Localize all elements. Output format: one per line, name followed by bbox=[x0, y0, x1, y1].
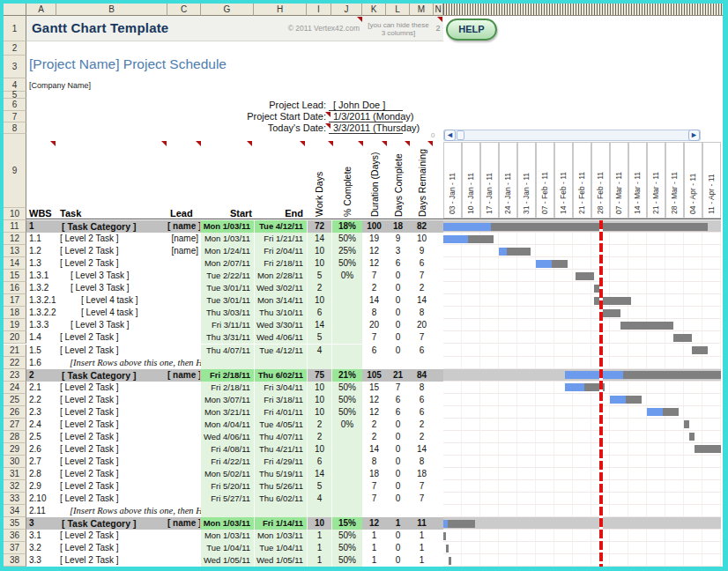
cell-duration[interactable]: 1 bbox=[362, 554, 386, 567]
cell-lead[interactable] bbox=[167, 530, 200, 542]
cell-pct-complete[interactable]: 18% bbox=[331, 220, 362, 233]
cell-start[interactable]: Mon 1/24/11 bbox=[201, 245, 254, 257]
help-button[interactable]: HELP bbox=[446, 19, 497, 41]
cell-wbs[interactable]: 2.10 bbox=[29, 493, 57, 505]
cell-start[interactable]: Fri 4/22/11 bbox=[201, 456, 254, 468]
cell-start[interactable]: Tue 2/22/11 bbox=[201, 270, 254, 282]
cell-wbs[interactable]: 1.6 bbox=[29, 357, 57, 369]
cell-pct-complete[interactable] bbox=[331, 345, 362, 357]
cell-wbs[interactable]: 2.6 bbox=[29, 443, 57, 456]
column-letter-A[interactable]: A bbox=[26, 4, 56, 16]
cell-pct-complete[interactable] bbox=[331, 307, 362, 319]
cell-workdays[interactable]: 14 bbox=[307, 233, 331, 245]
row-number-33[interactable]: 33 bbox=[4, 493, 26, 505]
cell-days-complete[interactable]: 0 bbox=[386, 542, 410, 554]
project-field-value[interactable]: [ John Doe ] bbox=[333, 100, 385, 110]
cell-days-remaining[interactable]: 2 bbox=[410, 431, 434, 443]
cell-start[interactable]: Mon 3/07/11 bbox=[201, 394, 254, 406]
cell-end[interactable]: Fri 2/04/11 bbox=[254, 245, 307, 257]
cell-start[interactable]: Tue 3/01/11 bbox=[201, 294, 254, 307]
cell-end[interactable]: Thu 5/19/11 bbox=[254, 468, 307, 480]
cell-duration[interactable]: 2 bbox=[362, 431, 386, 443]
cell-wbs[interactable]: 2.11 bbox=[29, 505, 57, 517]
cell-workdays[interactable]: 6 bbox=[307, 307, 331, 319]
cell-duration[interactable]: 100 bbox=[362, 220, 386, 233]
cell-pct-complete[interactable] bbox=[331, 493, 362, 505]
cell-lead[interactable] bbox=[167, 480, 200, 493]
cell-workdays[interactable]: 4 bbox=[307, 345, 331, 357]
cell-workdays[interactable]: 75 bbox=[307, 369, 331, 382]
cell-workdays[interactable]: 14 bbox=[307, 468, 331, 480]
cell-days-complete[interactable]: 6 bbox=[386, 257, 410, 270]
cell-duration[interactable] bbox=[362, 357, 386, 369]
cell-workdays[interactable]: 72 bbox=[307, 220, 331, 233]
cell-lead[interactable] bbox=[167, 357, 200, 369]
cell-end[interactable]: Fri 3/04/11 bbox=[254, 382, 307, 394]
cell-wbs[interactable]: 3.3 bbox=[29, 554, 57, 567]
column-letter-K[interactable]: K bbox=[362, 4, 386, 16]
cell-days-remaining[interactable]: 1 bbox=[410, 530, 434, 542]
cell-lead[interactable] bbox=[167, 419, 200, 431]
cell-days-complete[interactable]: 6 bbox=[386, 406, 410, 419]
cell-start[interactable]: Thu 4/07/11 bbox=[201, 345, 254, 357]
column-header-lead[interactable]: Lead bbox=[170, 208, 193, 219]
cell-end[interactable]: Wed 1/05/11 bbox=[254, 554, 307, 567]
cell-workdays[interactable]: 2 bbox=[307, 419, 331, 431]
cell-lead[interactable] bbox=[167, 394, 200, 406]
column-letter-M[interactable]: M bbox=[410, 4, 434, 16]
cell-workdays[interactable]: 1 bbox=[307, 530, 331, 542]
cell-days-complete[interactable]: 3 bbox=[386, 245, 410, 257]
cell-days-remaining[interactable]: 6 bbox=[410, 345, 434, 357]
cell-pct-complete[interactable]: 50% bbox=[331, 406, 362, 419]
cell-lead[interactable]: [name] bbox=[167, 245, 200, 257]
cell-wbs[interactable]: 2 bbox=[29, 369, 57, 382]
cell-start[interactable]: Mon 1/03/11 bbox=[201, 530, 254, 542]
row-number-16[interactable]: 16 bbox=[4, 282, 26, 294]
cell-end[interactable]: Fri 1/21/11 bbox=[254, 233, 307, 245]
cell-pct-complete[interactable]: 50% bbox=[331, 233, 362, 245]
cell-start[interactable]: Mon 1/03/11 bbox=[201, 517, 254, 530]
cell-days-remaining[interactable]: 9 bbox=[410, 245, 434, 257]
row-number-34[interactable]: 34 bbox=[4, 505, 26, 517]
cell-pct-complete[interactable]: 50% bbox=[331, 382, 362, 394]
row-number-10[interactable]: 10 bbox=[4, 208, 26, 220]
cell-lead[interactable]: [ name ] bbox=[167, 220, 200, 233]
cell-end[interactable]: Thu 4/21/11 bbox=[254, 443, 307, 456]
cell-pct-complete[interactable] bbox=[331, 480, 362, 493]
cell-lead[interactable] bbox=[167, 270, 200, 282]
cell-pct-complete[interactable] bbox=[331, 468, 362, 480]
row-number-3[interactable]: 3 bbox=[4, 56, 26, 78]
cell-duration[interactable]: 7 bbox=[362, 480, 386, 493]
column-letter-H[interactable]: H bbox=[254, 4, 307, 16]
cell-workdays[interactable]: 1 bbox=[307, 542, 331, 554]
cell-workdays[interactable]: 5 bbox=[307, 331, 331, 344]
cell-pct-complete[interactable]: 21% bbox=[331, 369, 362, 382]
cell-lead[interactable] bbox=[167, 382, 200, 394]
project-field-value[interactable]: 1/3/2011 (Monday) bbox=[333, 111, 414, 122]
rotated-header-cell[interactable]: % Complete bbox=[342, 146, 353, 217]
scroll-left-button[interactable]: ◄ bbox=[444, 130, 456, 141]
cell-end[interactable]: Fri 4/01/11 bbox=[254, 406, 307, 419]
cell-start[interactable] bbox=[201, 505, 254, 517]
cell-days-complete[interactable]: 0 bbox=[386, 270, 410, 282]
cell-wbs[interactable]: 1.2 bbox=[29, 245, 57, 257]
cell-wbs[interactable]: 2.2 bbox=[29, 394, 57, 406]
cell-pct-complete[interactable] bbox=[331, 357, 362, 369]
cell-days-remaining[interactable]: 7 bbox=[410, 480, 434, 493]
scrollbar-thumb[interactable] bbox=[457, 130, 464, 140]
cell-start[interactable]: Fri 2/18/11 bbox=[201, 369, 254, 382]
cell-days-remaining[interactable]: 2 bbox=[410, 419, 434, 431]
cell-start[interactable] bbox=[201, 357, 254, 369]
cell-pct-complete[interactable]: 0% bbox=[331, 419, 362, 431]
cell-start[interactable]: Mon 4/04/11 bbox=[201, 419, 254, 431]
cell-pct-complete[interactable] bbox=[331, 331, 362, 344]
cell-pct-complete[interactable]: 25% bbox=[331, 245, 362, 257]
cell-workdays[interactable]: 5 bbox=[307, 270, 331, 282]
cell-wbs[interactable]: 2.5 bbox=[29, 431, 57, 443]
cell-days-remaining[interactable]: 84 bbox=[410, 369, 434, 382]
cell-wbs[interactable]: 1.3 bbox=[29, 257, 57, 270]
cell-pct-complete[interactable] bbox=[331, 294, 362, 307]
cell-days-remaining[interactable]: 20 bbox=[410, 319, 434, 331]
cell-days-remaining[interactable]: 82 bbox=[410, 220, 434, 233]
row-number-5[interactable]: 5 bbox=[4, 92, 26, 99]
